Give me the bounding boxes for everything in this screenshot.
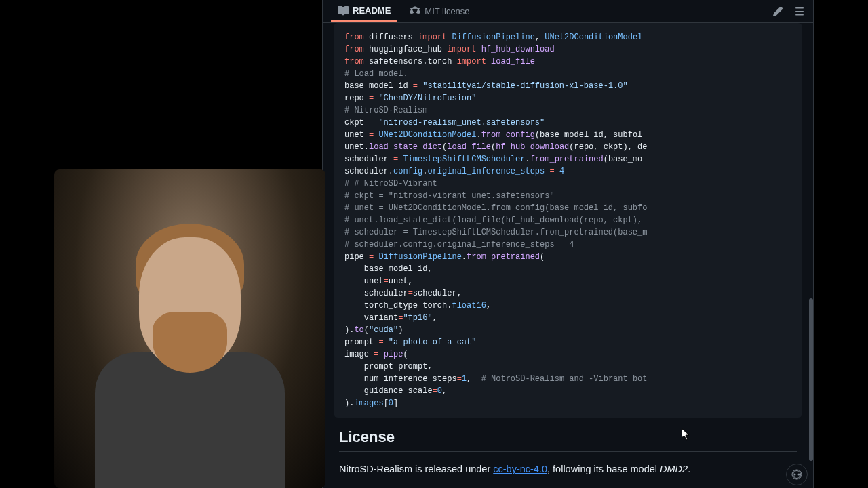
list-icon[interactable] xyxy=(794,6,805,17)
license-link-cc[interactable]: cc-by-nc-4.0 xyxy=(493,464,547,474)
person-silhouette xyxy=(95,217,285,488)
assist-bubble[interactable] xyxy=(786,464,808,485)
svg-point-1 xyxy=(798,474,800,476)
scrollbar-thumb[interactable] xyxy=(809,298,813,461)
tab-readme-label: README xyxy=(353,5,391,16)
tabs-bar: README MIT license xyxy=(323,0,813,23)
pencil-icon[interactable] xyxy=(772,6,783,17)
book-icon xyxy=(338,5,349,16)
license-heading: License xyxy=(339,428,797,452)
scrollbar-track[interactable] xyxy=(809,0,813,488)
tab-readme[interactable]: README xyxy=(331,1,397,22)
readme-panel: README MIT license from diffusers import… xyxy=(322,0,814,488)
tab-license[interactable]: MIT license xyxy=(403,1,476,22)
mouse-cursor xyxy=(682,428,691,443)
svg-point-0 xyxy=(794,474,796,476)
law-icon xyxy=(410,6,420,17)
license-realism-text: NitroSD-Realism is released under cc-by-… xyxy=(339,462,797,477)
code-block: from diffusers import DiffusionPipeline,… xyxy=(334,23,802,418)
tab-license-label: MIT license xyxy=(425,6,469,16)
webcam-overlay xyxy=(54,169,326,488)
copilot-icon xyxy=(791,469,802,480)
